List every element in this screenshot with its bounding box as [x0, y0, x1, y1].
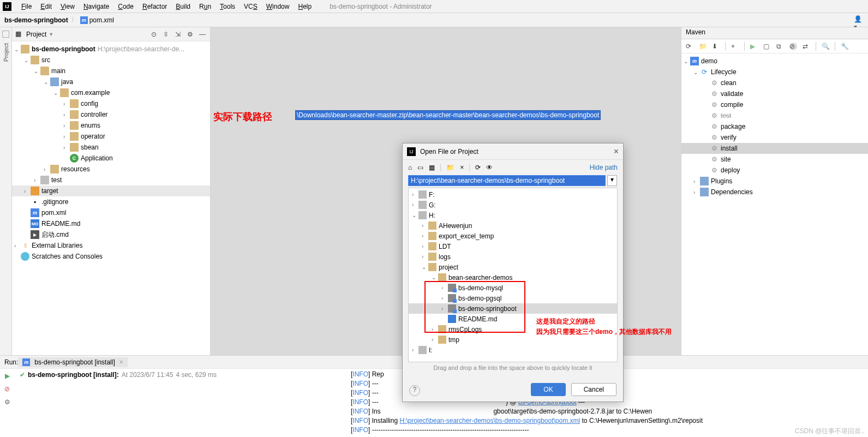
- menu-refactor[interactable]: Refactor: [138, 2, 171, 11]
- maven-phase[interactable]: ⚙clean: [681, 77, 868, 88]
- menu-vcs[interactable]: VCS: [240, 2, 262, 11]
- show-deps-icon[interactable]: 🔍: [822, 43, 829, 50]
- run-tab[interactable]: m bs-demo-springboot [install] ×: [18, 357, 127, 367]
- menu-file[interactable]: File: [17, 2, 36, 11]
- folder-row[interactable]: ›export_excel_temp: [409, 231, 617, 241]
- delete-icon[interactable]: ×: [460, 164, 464, 171]
- cancel-button[interactable]: Cancel: [571, 383, 616, 396]
- tree-folder[interactable]: ›enums: [12, 120, 210, 131]
- desktop-icon[interactable]: ▭: [417, 164, 423, 171]
- toggle-icon[interactable]: ⧉: [776, 43, 784, 50]
- tree-resources[interactable]: ›resources: [12, 164, 210, 175]
- skip-tests-icon[interactable]: ⊘: [789, 43, 797, 50]
- maven-phase[interactable]: ⚙deploy: [681, 165, 868, 176]
- project-panel-title[interactable]: Project: [26, 31, 46, 38]
- tree-src[interactable]: ⌄src: [12, 55, 210, 65]
- path-dropdown-icon[interactable]: ▾: [607, 175, 617, 186]
- tree-folder[interactable]: ›controller: [12, 109, 210, 120]
- menu-view[interactable]: View: [56, 2, 79, 11]
- maven-root[interactable]: ⌄mdemo: [681, 56, 868, 67]
- tree-scratches[interactable]: Scratches and Consoles: [12, 251, 210, 262]
- menu-build[interactable]: Build: [171, 2, 195, 11]
- maven-phase[interactable]: ⚙verify: [681, 132, 868, 143]
- project-tool-label[interactable]: Project: [3, 40, 9, 64]
- offline-icon[interactable]: ⇄: [803, 43, 810, 50]
- menu-run[interactable]: Run: [195, 2, 215, 11]
- project-tool-icon[interactable]: [2, 31, 9, 38]
- tree-package[interactable]: ⌄com.example: [12, 87, 210, 98]
- folder-row[interactable]: ›AHewenjun: [409, 220, 617, 231]
- drive-row[interactable]: ›I:: [409, 345, 617, 355]
- folder-row[interactable]: ›LDT: [409, 241, 617, 252]
- project-tree[interactable]: ⌄bs-demo-springbootH:\project\bean-searc…: [12, 41, 210, 264]
- tree-ext-libs[interactable]: ›⫴External Libraries: [12, 240, 210, 251]
- download-icon[interactable]: ⬇: [712, 43, 720, 50]
- expand-all-icon[interactable]: ⇳: [163, 31, 171, 38]
- tree-root[interactable]: ⌄bs-demo-springbootH:\project\bean-searc…: [12, 44, 210, 55]
- maven-plugins[interactable]: ›Plugins: [681, 176, 868, 187]
- collapse-all-icon[interactable]: ⇲: [175, 31, 183, 38]
- maven-phase[interactable]: ⚙validate: [681, 88, 868, 99]
- settings-icon[interactable]: ⚙: [4, 398, 10, 406]
- home-icon[interactable]: ⌂: [408, 164, 412, 171]
- tree-folder[interactable]: ›sbean: [12, 142, 210, 153]
- maven-phase[interactable]: ⚙test: [681, 110, 868, 121]
- maven-title[interactable]: Maven: [681, 27, 868, 39]
- show-hidden-icon[interactable]: 👁: [486, 164, 493, 171]
- project-icon[interactable]: ▦: [429, 164, 435, 171]
- dropdown-icon[interactable]: ▼: [49, 32, 53, 37]
- drive-row[interactable]: ⌄H:: [409, 210, 617, 220]
- refresh-icon[interactable]: ⟳: [475, 164, 481, 171]
- generate-icon[interactable]: 📁: [699, 43, 707, 50]
- path-input[interactable]: [408, 175, 606, 186]
- maven-deps[interactable]: ›Dependencies: [681, 187, 868, 197]
- maven-phase[interactable]: ⚙compile: [681, 99, 868, 110]
- drive-row[interactable]: ›F:: [409, 189, 617, 200]
- stop-icon[interactable]: ⊘: [4, 385, 10, 393]
- ok-button[interactable]: OK: [531, 383, 565, 396]
- breadcrumb-root[interactable]: bs-demo-springboot: [4, 16, 68, 24]
- tree-app[interactable]: CApplication: [12, 153, 210, 164]
- drive-row[interactable]: ›G:: [409, 200, 617, 210]
- hide-icon[interactable]: —: [199, 31, 207, 38]
- close-icon[interactable]: ×: [614, 147, 619, 157]
- menu-code[interactable]: Code: [113, 2, 138, 11]
- folder-row[interactable]: ⌄project: [409, 262, 617, 272]
- breadcrumb-file[interactable]: pom.xml: [89, 16, 114, 24]
- user-icon[interactable]: 👤▾: [854, 15, 864, 25]
- tree-readme[interactable]: MDREADME.md: [12, 218, 210, 229]
- tree-folder[interactable]: ›config: [12, 98, 210, 109]
- menu-help[interactable]: Help: [294, 2, 316, 11]
- tree-folder[interactable]: ›operator: [12, 131, 210, 142]
- selected-path-text[interactable]: \Downloads\bean-searcher-master.zip\bean…: [295, 110, 601, 120]
- reload-icon[interactable]: ⟳: [686, 43, 693, 50]
- menu-edit[interactable]: Edit: [36, 2, 56, 11]
- close-icon[interactable]: ×: [119, 358, 123, 366]
- help-icon[interactable]: ?: [409, 385, 420, 396]
- menu-tools[interactable]: Tools: [215, 2, 240, 11]
- folder-row[interactable]: ›logs: [409, 252, 617, 262]
- tree-cmd[interactable]: ▶启动.cmd: [12, 229, 210, 240]
- menu-navigate[interactable]: Navigate: [79, 2, 113, 11]
- menu-window[interactable]: Window: [262, 2, 294, 11]
- new-folder-icon[interactable]: 📁: [446, 164, 454, 171]
- tree-pom[interactable]: mpom.xml: [12, 207, 210, 218]
- dialog-titlebar[interactable]: IJ Open File or Project ×: [403, 143, 623, 160]
- settings-icon[interactable]: ⚙: [187, 31, 195, 38]
- select-opened-icon[interactable]: ⊙: [151, 31, 159, 38]
- execute-icon[interactable]: ▢: [763, 43, 771, 50]
- tree-test[interactable]: ›test: [12, 175, 210, 185]
- tree-main[interactable]: ⌄main: [12, 65, 210, 76]
- maven-tree[interactable]: ⌄mdemo ⌄⟳Lifecycle ⚙clean ⚙validate ⚙com…: [681, 53, 868, 200]
- maven-phase[interactable]: ⚙site: [681, 154, 868, 165]
- tree-gitignore[interactable]: ▪.gitignore: [12, 196, 210, 207]
- add-icon[interactable]: +: [731, 43, 739, 50]
- rerun-icon[interactable]: ▶: [5, 372, 10, 380]
- tree-java[interactable]: ⌄java: [12, 76, 210, 87]
- run-icon[interactable]: ▶: [750, 43, 758, 50]
- maven-lifecycle[interactable]: ⌄⟳Lifecycle: [681, 67, 868, 77]
- hide-path-link[interactable]: Hide path: [590, 164, 618, 171]
- settings-icon[interactable]: 🔧: [841, 43, 848, 50]
- maven-phase-install[interactable]: ⚙install: [681, 143, 868, 154]
- tree-target[interactable]: ›target: [12, 185, 210, 196]
